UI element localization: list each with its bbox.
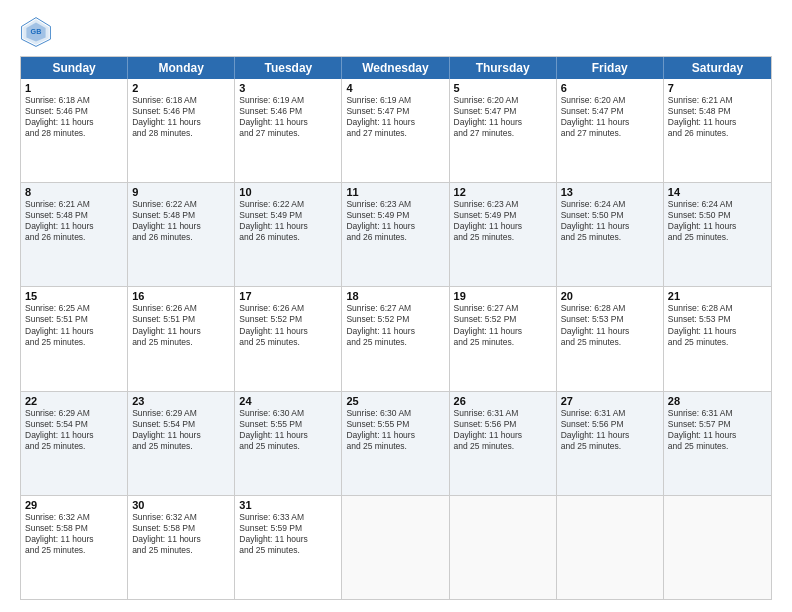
cell-line: and 25 minutes. <box>25 441 123 452</box>
day-number: 3 <box>239 82 337 94</box>
day-number: 25 <box>346 395 444 407</box>
cell-line: Sunrise: 6:25 AM <box>25 303 123 314</box>
cell-line: Daylight: 11 hours <box>132 117 230 128</box>
cal-cell-2-6: 13Sunrise: 6:24 AMSunset: 5:50 PMDayligh… <box>557 183 664 286</box>
cell-line: and 25 minutes. <box>25 337 123 348</box>
header-wednesday: Wednesday <box>342 57 449 79</box>
day-number: 20 <box>561 290 659 302</box>
day-number: 19 <box>454 290 552 302</box>
cell-line: Sunset: 5:56 PM <box>561 419 659 430</box>
cell-line: Daylight: 11 hours <box>25 430 123 441</box>
cal-row-5: 29Sunrise: 6:32 AMSunset: 5:58 PMDayligh… <box>21 496 771 599</box>
cal-cell-5-6 <box>557 496 664 599</box>
cell-line: Daylight: 11 hours <box>561 117 659 128</box>
cell-line: Sunset: 5:54 PM <box>25 419 123 430</box>
cell-line: Daylight: 11 hours <box>346 221 444 232</box>
cell-line: Sunrise: 6:26 AM <box>132 303 230 314</box>
cell-line: Daylight: 11 hours <box>346 117 444 128</box>
cal-row-4: 22Sunrise: 6:29 AMSunset: 5:54 PMDayligh… <box>21 392 771 496</box>
cell-line: Sunset: 5:49 PM <box>346 210 444 221</box>
calendar-header: Sunday Monday Tuesday Wednesday Thursday… <box>21 57 771 79</box>
day-number: 27 <box>561 395 659 407</box>
cal-cell-1-2: 2Sunrise: 6:18 AMSunset: 5:46 PMDaylight… <box>128 79 235 182</box>
logo-icon: GB <box>20 16 52 48</box>
cell-line: Sunrise: 6:18 AM <box>25 95 123 106</box>
cell-line: Sunrise: 6:28 AM <box>561 303 659 314</box>
cell-line: Daylight: 11 hours <box>132 534 230 545</box>
cell-line: Sunrise: 6:24 AM <box>561 199 659 210</box>
cell-line: Sunrise: 6:19 AM <box>239 95 337 106</box>
cell-line: Sunset: 5:52 PM <box>239 314 337 325</box>
cell-line: Daylight: 11 hours <box>25 117 123 128</box>
cell-line: Daylight: 11 hours <box>239 326 337 337</box>
day-number: 23 <box>132 395 230 407</box>
cell-line: Sunset: 5:49 PM <box>454 210 552 221</box>
cell-line: and 25 minutes. <box>668 232 767 243</box>
cal-cell-3-5: 19Sunrise: 6:27 AMSunset: 5:52 PMDayligh… <box>450 287 557 390</box>
day-number: 26 <box>454 395 552 407</box>
day-number: 9 <box>132 186 230 198</box>
cell-line: and 25 minutes. <box>239 545 337 556</box>
cell-line: Sunrise: 6:31 AM <box>668 408 767 419</box>
cell-line: Sunset: 5:58 PM <box>132 523 230 534</box>
cell-line: and 25 minutes. <box>454 441 552 452</box>
cell-line: and 26 minutes. <box>132 232 230 243</box>
cell-line: Daylight: 11 hours <box>454 221 552 232</box>
cell-line: Sunset: 5:51 PM <box>132 314 230 325</box>
cell-line: Sunrise: 6:22 AM <box>239 199 337 210</box>
cell-line: and 25 minutes. <box>454 337 552 348</box>
cell-line: and 25 minutes. <box>239 337 337 348</box>
cell-line: Sunset: 5:57 PM <box>668 419 767 430</box>
cell-line: and 26 minutes. <box>346 232 444 243</box>
cell-line: Sunset: 5:48 PM <box>25 210 123 221</box>
cal-cell-2-5: 12Sunrise: 6:23 AMSunset: 5:49 PMDayligh… <box>450 183 557 286</box>
cell-line: and 25 minutes. <box>132 545 230 556</box>
cell-line: Sunset: 5:53 PM <box>668 314 767 325</box>
cell-line: Sunrise: 6:26 AM <box>239 303 337 314</box>
cell-line: Sunrise: 6:18 AM <box>132 95 230 106</box>
cell-line: and 28 minutes. <box>25 128 123 139</box>
cal-cell-2-2: 9Sunrise: 6:22 AMSunset: 5:48 PMDaylight… <box>128 183 235 286</box>
cell-line: Sunset: 5:55 PM <box>239 419 337 430</box>
header: GB <box>20 16 772 48</box>
cell-line: Sunset: 5:50 PM <box>668 210 767 221</box>
cal-cell-5-3: 31Sunrise: 6:33 AMSunset: 5:59 PMDayligh… <box>235 496 342 599</box>
cal-cell-3-6: 20Sunrise: 6:28 AMSunset: 5:53 PMDayligh… <box>557 287 664 390</box>
cell-line: Sunset: 5:58 PM <box>25 523 123 534</box>
cal-cell-3-3: 17Sunrise: 6:26 AMSunset: 5:52 PMDayligh… <box>235 287 342 390</box>
cell-line: Sunset: 5:47 PM <box>561 106 659 117</box>
header-thursday: Thursday <box>450 57 557 79</box>
cell-line: Sunrise: 6:31 AM <box>454 408 552 419</box>
cell-line: Daylight: 11 hours <box>454 430 552 441</box>
day-number: 1 <box>25 82 123 94</box>
cell-line: Sunrise: 6:29 AM <box>25 408 123 419</box>
cell-line: and 27 minutes. <box>346 128 444 139</box>
day-number: 29 <box>25 499 123 511</box>
cell-line: and 25 minutes. <box>561 232 659 243</box>
cell-line: and 25 minutes. <box>25 545 123 556</box>
cal-cell-4-1: 22Sunrise: 6:29 AMSunset: 5:54 PMDayligh… <box>21 392 128 495</box>
cal-cell-4-4: 25Sunrise: 6:30 AMSunset: 5:55 PMDayligh… <box>342 392 449 495</box>
cell-line: Daylight: 11 hours <box>668 326 767 337</box>
cell-line: Sunrise: 6:29 AM <box>132 408 230 419</box>
cal-cell-1-7: 7Sunrise: 6:21 AMSunset: 5:48 PMDaylight… <box>664 79 771 182</box>
cell-line: Sunrise: 6:20 AM <box>454 95 552 106</box>
header-saturday: Saturday <box>664 57 771 79</box>
cell-line: and 27 minutes. <box>561 128 659 139</box>
cell-line: Sunset: 5:59 PM <box>239 523 337 534</box>
day-number: 22 <box>25 395 123 407</box>
cell-line: Daylight: 11 hours <box>346 326 444 337</box>
cal-cell-2-4: 11Sunrise: 6:23 AMSunset: 5:49 PMDayligh… <box>342 183 449 286</box>
page: GB Sunday Monday Tuesday Wednesday Thurs… <box>0 0 792 612</box>
cal-cell-5-2: 30Sunrise: 6:32 AMSunset: 5:58 PMDayligh… <box>128 496 235 599</box>
cell-line: Daylight: 11 hours <box>668 430 767 441</box>
cell-line: Daylight: 11 hours <box>239 430 337 441</box>
day-number: 7 <box>668 82 767 94</box>
day-number: 4 <box>346 82 444 94</box>
cell-line: Sunset: 5:52 PM <box>454 314 552 325</box>
cell-line: Sunset: 5:51 PM <box>25 314 123 325</box>
cal-cell-4-5: 26Sunrise: 6:31 AMSunset: 5:56 PMDayligh… <box>450 392 557 495</box>
cal-cell-2-7: 14Sunrise: 6:24 AMSunset: 5:50 PMDayligh… <box>664 183 771 286</box>
cell-line: Sunrise: 6:21 AM <box>668 95 767 106</box>
cell-line: Daylight: 11 hours <box>668 221 767 232</box>
